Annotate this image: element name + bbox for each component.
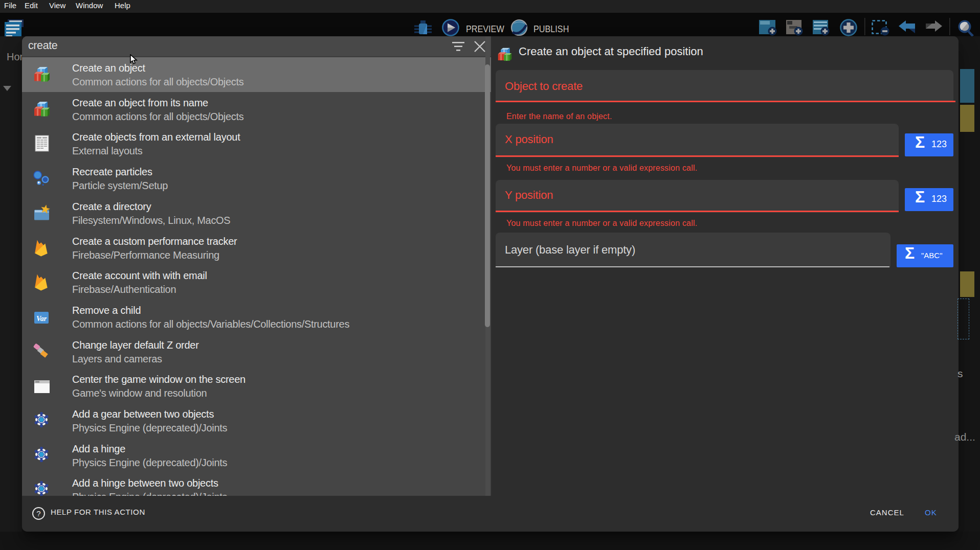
svg-text:?: ? <box>36 509 40 518</box>
svg-text:Var: Var <box>36 315 47 323</box>
